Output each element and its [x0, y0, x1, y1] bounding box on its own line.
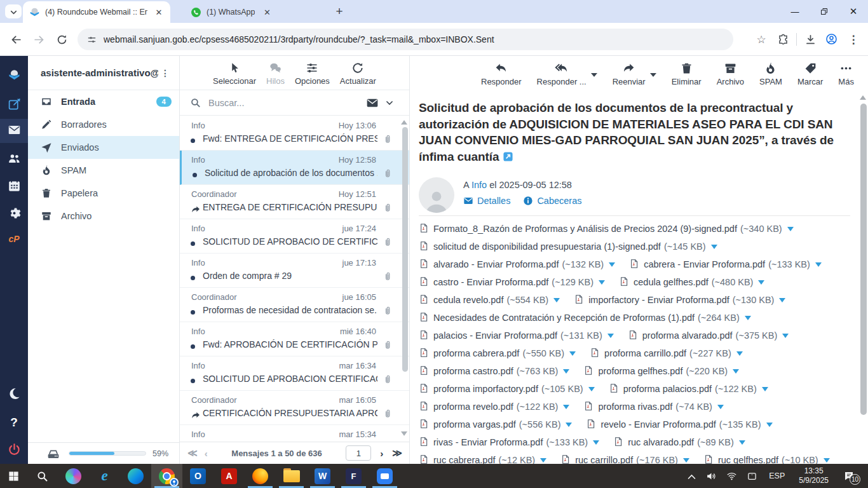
wifi-icon[interactable] [722, 464, 741, 488]
sidebar-item-enviados[interactable]: Enviados [28, 136, 179, 159]
reader-toolbar-marcar-button[interactable]: Marcar [797, 62, 823, 86]
reader-toolbar-archivo-button[interactable]: Archivo [717, 62, 744, 86]
attachment-menu-caret-icon[interactable] [824, 458, 830, 463]
next-page-button[interactable]: › [380, 448, 383, 459]
search-input[interactable] [208, 98, 366, 108]
page-number-input[interactable]: 1 [346, 445, 371, 461]
taskbar-start-icon[interactable] [0, 464, 27, 488]
attachment-item[interactable]: proforma imporfactory.pdf(~105 KB) [419, 383, 595, 395]
open-in-new-window-icon[interactable] [503, 150, 513, 161]
attachment-item[interactable]: cedula gelfhes.pdf(~480 KB) [619, 276, 764, 288]
reader-toolbar-más-button[interactable]: Más [838, 62, 854, 86]
taskbar-acrobat-icon[interactable]: A [214, 464, 245, 488]
clock[interactable]: 13:35 5/9/2025 [792, 466, 835, 485]
rail-cpanel-button[interactable]: cP [0, 229, 28, 248]
attachment-menu-caret-icon[interactable] [588, 387, 595, 391]
meet-now-icon[interactable] [742, 464, 761, 488]
message-row[interactable]: Infojue 17:24SOLICITUD DE APROBACIO DE C… [180, 219, 409, 254]
message-row[interactable]: CoordinadorHoy 12:51ENTREGA DE CERTIFICA… [180, 185, 409, 219]
rail-mail-button[interactable] [0, 119, 28, 143]
attachment-menu-caret-icon[interactable] [762, 387, 768, 391]
omnibox[interactable]: webmail.sanjuan.gob.ec/cpsess4685020211/… [78, 29, 733, 50]
attachment-item[interactable]: proforma revelo.pdf(~122 KB) [419, 401, 569, 413]
attachment-item[interactable]: proforma alvarado.pdf(~375 KB) [628, 330, 789, 342]
reader-toolbar-eliminar-button[interactable]: Eliminar [672, 62, 702, 86]
profile-avatar[interactable] [821, 29, 843, 50]
attachment-item[interactable]: Necesidades de Contratación y Recepción … [419, 312, 751, 324]
attachment-item[interactable]: proforma vargas.pdf(~556 KB) [419, 419, 572, 431]
forward-button[interactable] [28, 29, 50, 50]
taskbar-app-blue-icon[interactable] [369, 464, 400, 488]
last-page-button[interactable]: ≫ [392, 447, 400, 459]
rail-compose-button[interactable] [0, 96, 28, 115]
attachment-item[interactable]: palacios - Enviar Proforma.pdf(~131 KB) [419, 330, 614, 342]
attachment-item[interactable]: rivas - Enviar Proforma.pdf(~133 KB) [419, 437, 599, 449]
attachment-menu-caret-icon[interactable] [599, 280, 605, 285]
volume-icon[interactable] [702, 464, 721, 488]
attachment-item[interactable]: ruc alvarado.pdf(~89 KB) [613, 437, 745, 449]
browser-menu-icon[interactable]: ⋮ [843, 29, 864, 50]
message-row[interactable]: Infojue 17:13Orden de compra # 29 [180, 254, 409, 288]
attachment-menu-caret-icon[interactable] [782, 334, 789, 338]
tab-whatsapp[interactable]: (1) WhatsApp ✕ [184, 1, 323, 23]
taskbar-search-icon[interactable] [27, 464, 58, 488]
folder-options-icon[interactable]: ⋮ [158, 68, 173, 78]
attachment-menu-caret-icon[interactable] [540, 458, 546, 463]
list-scroll-down-icon[interactable] [401, 431, 407, 436]
reader-toolbar-responder-button[interactable]: Responder ... [537, 62, 597, 86]
taskbar-outlook-icon[interactable]: O [182, 464, 214, 488]
list-scrollbar[interactable] [402, 127, 408, 372]
reader-toolbar-reenviar-button[interactable]: Reenviar [613, 62, 656, 86]
attachment-item[interactable]: imporfactory - Enviar Proforma.pdf(~130 … [574, 294, 785, 306]
attachment-menu-caret-icon[interactable] [758, 280, 764, 285]
attachment-menu-caret-icon[interactable] [779, 298, 785, 302]
rail-calendar-button[interactable] [0, 177, 28, 196]
reader-scroll-up-icon[interactable] [860, 95, 866, 100]
message-row[interactable]: Coordinadormar 16:05CERTIFICACIÓN PRESUP… [180, 391, 409, 425]
attachment-item[interactable]: proforma palacios.pdf(~122 KB) [609, 383, 768, 395]
attachment-item[interactable]: proforma carrillo.pdf(~227 KB) [590, 348, 743, 360]
attachment-item[interactable]: proforma gelfhes.pdf(~220 KB) [583, 365, 739, 377]
sidebar-item-archivo[interactable]: Archivo [28, 205, 179, 227]
reload-button[interactable] [51, 29, 72, 50]
attachment-menu-caret-icon[interactable] [736, 351, 743, 356]
message-row[interactable]: Infomar 16:34SOLICITUD DE APROBACION CER… [180, 356, 409, 391]
list-toolbar-opciones-button[interactable]: Opciones [295, 62, 330, 86]
cabeceras-link[interactable]: Cabeceras [523, 196, 581, 206]
tab-roundcube[interactable]: (4) Roundcube Webmail :: Envia ✕ [23, 1, 170, 23]
attachment-item[interactable]: proforma rivas.pdf(~74 KB) [583, 401, 723, 413]
attachment-menu-caret-icon[interactable] [563, 369, 569, 374]
extensions-icon[interactable] [772, 29, 794, 50]
attachment-menu-caret-icon[interactable] [553, 298, 560, 302]
reader-toolbar-responder-button[interactable]: Responder [481, 62, 522, 86]
search-options-icon[interactable] [385, 98, 394, 107]
dropdown-caret-icon[interactable] [650, 73, 656, 77]
attachment-item[interactable]: cabrera - Enviar Proforma.pdf(~133 KB) [629, 259, 822, 271]
taskbar-word-icon[interactable]: W [307, 464, 338, 488]
message-row[interactable]: Infomié 16:40Fwd: APROBACIÓN DE CERTIFIC… [180, 322, 409, 356]
sidebar-item-papelera[interactable]: Papelera [28, 182, 179, 205]
taskbar-copilot-icon[interactable] [58, 464, 89, 488]
language-indicator[interactable]: ESP [763, 471, 791, 480]
taskbar-file-explorer-icon[interactable] [276, 464, 307, 488]
detalles-link[interactable]: Detalles [463, 196, 510, 206]
message-row[interactable]: InfoHoy 12:58Solicitud de aprobación de … [180, 151, 409, 185]
message-row[interactable]: InfoHoy 13:06Fwd: ENTREGA DE CERTIFICACI… [180, 116, 409, 151]
attachment-menu-caret-icon[interactable] [569, 351, 576, 356]
first-page-button[interactable]: ≪ [187, 447, 196, 459]
attachment-item[interactable]: alvarado - Enviar Proforma.pdf(~132 KB) [419, 259, 615, 271]
message-row[interactable]: Coordinadorjue 16:05Proformas de necesid… [180, 288, 409, 322]
reader-toolbar-spam-button[interactable]: SPAM [759, 62, 782, 86]
attachment-item[interactable]: proforma cabrera.pdf(~550 KB) [419, 348, 576, 360]
taskbar-app-f-icon[interactable]: F [338, 464, 369, 488]
sidebar-item-spam[interactable]: SPAM [28, 159, 179, 182]
restore-button[interactable] [810, 0, 839, 23]
attachment-item[interactable]: solicitud de disponibilidad presupuestar… [419, 241, 717, 253]
dropdown-caret-icon[interactable] [591, 73, 597, 77]
attachment-menu-caret-icon[interactable] [609, 262, 615, 267]
taskbar-edge-icon[interactable] [120, 464, 151, 488]
rail-contacts-button[interactable] [0, 150, 28, 169]
close-button[interactable]: ✕ [839, 0, 868, 23]
attachment-item[interactable]: ruc carrillo.pdf(~176 KB) [560, 454, 689, 464]
new-tab-button[interactable]: + [332, 4, 347, 19]
